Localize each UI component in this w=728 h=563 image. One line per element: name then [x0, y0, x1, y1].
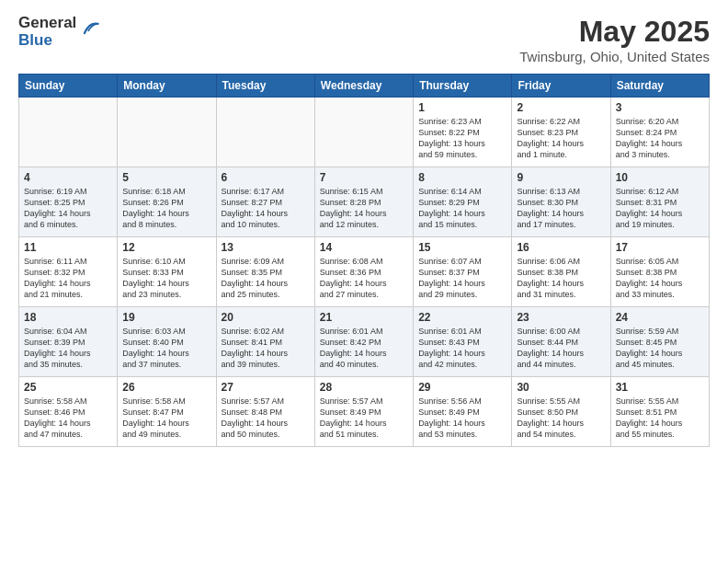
day-number: 14: [320, 241, 408, 254]
subtitle: Twinsburg, Ohio, United States: [519, 49, 710, 64]
day-info: Sunrise: 5:55 AM Sunset: 8:51 PM Dayligh…: [616, 396, 704, 441]
day-number: 2: [517, 101, 605, 114]
col-sunday: Sunday: [19, 75, 118, 98]
day-info: Sunrise: 6:09 AM Sunset: 8:35 PM Dayligh…: [222, 256, 310, 301]
col-wednesday: Wednesday: [314, 75, 413, 98]
day-info: Sunrise: 6:01 AM Sunset: 8:42 PM Dayligh…: [320, 326, 408, 371]
table-row: 1Sunrise: 6:23 AM Sunset: 8:22 PM Daylig…: [414, 98, 512, 167]
day-info: Sunrise: 6:10 AM Sunset: 8:33 PM Dayligh…: [122, 256, 210, 301]
day-info: Sunrise: 6:02 AM Sunset: 8:41 PM Dayligh…: [222, 326, 310, 371]
table-row: 11Sunrise: 6:11 AM Sunset: 8:32 PM Dayli…: [19, 237, 118, 307]
day-info: Sunrise: 6:06 AM Sunset: 8:38 PM Dayligh…: [517, 256, 605, 301]
day-number: 22: [418, 311, 506, 324]
table-row: 9Sunrise: 6:13 AM Sunset: 8:30 PM Daylig…: [512, 167, 610, 237]
table-row: 12Sunrise: 6:10 AM Sunset: 8:33 PM Dayli…: [118, 237, 216, 307]
day-info: Sunrise: 6:22 AM Sunset: 8:23 PM Dayligh…: [517, 116, 605, 161]
header: General Blue May 2025 Twinsburg, Ohio, U…: [18, 15, 710, 64]
logo: General Blue: [18, 15, 99, 49]
table-row: 15Sunrise: 6:07 AM Sunset: 8:37 PM Dayli…: [414, 237, 512, 307]
calendar-week-row: 11Sunrise: 6:11 AM Sunset: 8:32 PM Dayli…: [19, 237, 710, 307]
calendar-week-row: 18Sunrise: 6:04 AM Sunset: 8:39 PM Dayli…: [19, 307, 710, 377]
col-thursday: Thursday: [414, 75, 512, 98]
day-info: Sunrise: 6:17 AM Sunset: 8:27 PM Dayligh…: [222, 186, 310, 231]
day-number: 6: [222, 171, 310, 184]
day-number: 16: [517, 241, 605, 254]
table-row: 4Sunrise: 6:19 AM Sunset: 8:25 PM Daylig…: [19, 167, 118, 237]
table-row: 3Sunrise: 6:20 AM Sunset: 8:24 PM Daylig…: [610, 98, 709, 167]
day-info: Sunrise: 5:58 AM Sunset: 8:47 PM Dayligh…: [122, 396, 210, 441]
table-row: 20Sunrise: 6:02 AM Sunset: 8:41 PM Dayli…: [216, 307, 314, 377]
day-number: 20: [222, 311, 310, 324]
day-info: Sunrise: 6:14 AM Sunset: 8:29 PM Dayligh…: [418, 186, 506, 231]
day-number: 12: [122, 241, 210, 254]
day-info: Sunrise: 5:57 AM Sunset: 8:49 PM Dayligh…: [320, 396, 408, 441]
table-row: 28Sunrise: 5:57 AM Sunset: 8:49 PM Dayli…: [314, 377, 413, 447]
day-info: Sunrise: 6:13 AM Sunset: 8:30 PM Dayligh…: [517, 186, 605, 231]
logo-general: General: [18, 15, 76, 32]
day-info: Sunrise: 6:05 AM Sunset: 8:38 PM Dayligh…: [616, 256, 704, 301]
day-number: 25: [24, 381, 112, 394]
day-info: Sunrise: 6:08 AM Sunset: 8:36 PM Dayligh…: [320, 256, 408, 301]
table-row: 31Sunrise: 5:55 AM Sunset: 8:51 PM Dayli…: [610, 377, 709, 447]
table-row: 26Sunrise: 5:58 AM Sunset: 8:47 PM Dayli…: [118, 377, 216, 447]
day-info: Sunrise: 6:04 AM Sunset: 8:39 PM Dayligh…: [24, 326, 112, 371]
day-number: 24: [616, 311, 704, 324]
col-monday: Monday: [118, 75, 216, 98]
col-tuesday: Tuesday: [216, 75, 314, 98]
table-row: 13Sunrise: 6:09 AM Sunset: 8:35 PM Dayli…: [216, 237, 314, 307]
day-info: Sunrise: 5:57 AM Sunset: 8:48 PM Dayligh…: [222, 396, 310, 441]
day-number: 29: [418, 381, 506, 394]
table-row: [118, 98, 216, 167]
table-row: 30Sunrise: 5:55 AM Sunset: 8:50 PM Dayli…: [512, 377, 610, 447]
day-number: 8: [418, 171, 506, 184]
table-row: 22Sunrise: 6:01 AM Sunset: 8:43 PM Dayli…: [414, 307, 512, 377]
table-row: 23Sunrise: 6:00 AM Sunset: 8:44 PM Dayli…: [512, 307, 610, 377]
calendar-week-row: 4Sunrise: 6:19 AM Sunset: 8:25 PM Daylig…: [19, 167, 710, 237]
day-number: 3: [616, 101, 704, 114]
table-row: 16Sunrise: 6:06 AM Sunset: 8:38 PM Dayli…: [512, 237, 610, 307]
table-row: 24Sunrise: 5:59 AM Sunset: 8:45 PM Dayli…: [610, 307, 709, 377]
day-info: Sunrise: 6:00 AM Sunset: 8:44 PM Dayligh…: [517, 326, 605, 371]
day-number: 7: [320, 171, 408, 184]
table-row: [314, 98, 413, 167]
table-row: 10Sunrise: 6:12 AM Sunset: 8:31 PM Dayli…: [610, 167, 709, 237]
day-number: 27: [222, 381, 310, 394]
table-row: 18Sunrise: 6:04 AM Sunset: 8:39 PM Dayli…: [19, 307, 118, 377]
logo-blue: Blue: [18, 32, 76, 50]
table-row: 27Sunrise: 5:57 AM Sunset: 8:48 PM Dayli…: [216, 377, 314, 447]
day-number: 15: [418, 241, 506, 254]
day-info: Sunrise: 6:19 AM Sunset: 8:25 PM Dayligh…: [24, 186, 112, 231]
day-number: 21: [320, 311, 408, 324]
day-info: Sunrise: 6:03 AM Sunset: 8:40 PM Dayligh…: [122, 326, 210, 371]
table-row: 5Sunrise: 6:18 AM Sunset: 8:26 PM Daylig…: [118, 167, 216, 237]
col-friday: Friday: [512, 75, 610, 98]
day-number: 5: [122, 171, 210, 184]
calendar-week-row: 1Sunrise: 6:23 AM Sunset: 8:22 PM Daylig…: [19, 98, 710, 167]
table-row: 8Sunrise: 6:14 AM Sunset: 8:29 PM Daylig…: [414, 167, 512, 237]
table-row: 7Sunrise: 6:15 AM Sunset: 8:28 PM Daylig…: [314, 167, 413, 237]
day-info: Sunrise: 6:12 AM Sunset: 8:31 PM Dayligh…: [616, 186, 704, 231]
day-number: 4: [24, 171, 112, 184]
calendar-table: Sunday Monday Tuesday Wednesday Thursday…: [18, 74, 710, 447]
day-number: 17: [616, 241, 704, 254]
day-info: Sunrise: 6:07 AM Sunset: 8:37 PM Dayligh…: [418, 256, 506, 301]
day-number: 10: [616, 171, 704, 184]
day-number: 9: [517, 171, 605, 184]
table-row: 14Sunrise: 6:08 AM Sunset: 8:36 PM Dayli…: [314, 237, 413, 307]
day-info: Sunrise: 6:01 AM Sunset: 8:43 PM Dayligh…: [418, 326, 506, 371]
table-row: 17Sunrise: 6:05 AM Sunset: 8:38 PM Dayli…: [610, 237, 709, 307]
day-number: 18: [24, 311, 112, 324]
day-number: 1: [418, 101, 506, 114]
table-row: [19, 98, 118, 167]
title-area: May 2025 Twinsburg, Ohio, United States: [519, 15, 710, 64]
logo-text: General Blue: [18, 15, 76, 49]
calendar-header-row: Sunday Monday Tuesday Wednesday Thursday…: [19, 75, 710, 98]
day-info: Sunrise: 5:59 AM Sunset: 8:45 PM Dayligh…: [616, 326, 704, 371]
day-number: 19: [122, 311, 210, 324]
day-info: Sunrise: 6:18 AM Sunset: 8:26 PM Dayligh…: [122, 186, 210, 231]
day-number: 30: [517, 381, 605, 394]
day-info: Sunrise: 6:11 AM Sunset: 8:32 PM Dayligh…: [24, 256, 112, 301]
col-saturday: Saturday: [610, 75, 709, 98]
page: General Blue May 2025 Twinsburg, Ohio, U…: [0, 0, 728, 563]
table-row: [216, 98, 314, 167]
